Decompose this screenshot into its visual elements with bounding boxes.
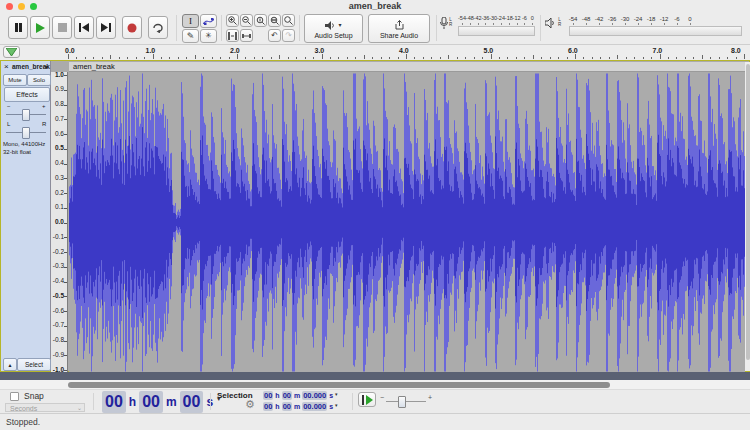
selection-gear-icon[interactable]: ⚙: [245, 399, 255, 410]
recording-meter[interactable]: LR -54-48-42-36-30-24-18-12-60: [440, 15, 535, 41]
close-track-button[interactable]: ×: [4, 63, 9, 71]
play-button[interactable]: [30, 16, 50, 39]
timeline-tick: [736, 57, 737, 59]
timeline-tick: [330, 57, 331, 59]
fit-selection-button[interactable]: [254, 14, 267, 27]
silence-audio-button[interactable]: [240, 29, 253, 42]
speed-max-label: +: [428, 394, 432, 401]
playback-speed-slider[interactable]: [398, 396, 406, 408]
vertical-scrollbar[interactable]: [745, 62, 750, 371]
timeline-tick: [550, 57, 551, 59]
timeline-tick: [600, 57, 601, 59]
meter-scale-label: -24: [634, 16, 643, 22]
timeline-tick: [144, 57, 145, 59]
meter-scale-tick: [664, 23, 665, 25]
snap-label: Snap: [24, 392, 44, 401]
track-control-panel: × amen_break ▼ Mute Solo Effects − + L R…: [1, 61, 51, 371]
vruler-label: -0.5: [53, 293, 64, 300]
time-digit-group[interactable]: 00: [102, 391, 126, 413]
envelope-tool-button[interactable]: [200, 14, 217, 28]
record-button[interactable]: [122, 16, 142, 39]
time-digit-group[interactable]: 00: [282, 391, 292, 400]
vruler-label: 0.7: [55, 116, 64, 123]
timeline-tick: [237, 54, 238, 59]
loop-button[interactable]: [148, 16, 168, 39]
draw-tool-button[interactable]: ✎: [182, 29, 199, 43]
timeline-label: 1.0: [146, 47, 156, 54]
timeline-ruler[interactable]: 0.01.02.03.04.05.06.07.08.0: [0, 45, 750, 60]
time-format-caret-icon[interactable]: ▾: [335, 391, 338, 397]
timeline-tick: [727, 57, 728, 59]
stop-button[interactable]: [52, 16, 72, 39]
trim-audio-button[interactable]: [226, 29, 239, 42]
vertical-scale-ruler[interactable]: 1.00.90.80.70.60.50.40.30.20.10.0-0.1-0.…: [51, 72, 68, 373]
redo-button[interactable]: ↷: [282, 29, 295, 42]
undo-button[interactable]: ↶: [268, 29, 281, 42]
play-at-speed-button[interactable]: [358, 392, 376, 407]
snap-checkbox[interactable]: [10, 392, 19, 401]
time-digit-group[interactable]: 00: [282, 402, 292, 411]
track-menu-caret-icon[interactable]: ▼: [44, 65, 49, 70]
time-digit-group[interactable]: 00: [263, 402, 273, 411]
timeline-label: 6.0: [568, 47, 578, 54]
horizontal-scrollbar[interactable]: [0, 380, 750, 390]
pan-slider[interactable]: [22, 127, 30, 139]
collapse-track-button[interactable]: ▲: [3, 358, 17, 371]
zoom-in-button[interactable]: [226, 14, 239, 27]
vruler-label: 0.6: [55, 131, 64, 138]
multi-tool-button[interactable]: ✳: [200, 29, 217, 43]
meter-scale-label: -30: [489, 16, 497, 22]
select-track-button[interactable]: Select: [17, 358, 51, 371]
vruler-label: -0.4: [53, 278, 64, 285]
waveform-canvas[interactable]: [69, 72, 745, 373]
timeline-tick: [634, 57, 635, 59]
timeline-tick: [685, 57, 686, 59]
snap-mode-dropdown[interactable]: Seconds ⌄: [5, 403, 85, 412]
gain-slider[interactable]: [22, 109, 30, 121]
meter-scale-label: -48: [466, 16, 474, 22]
time-digit-group[interactable]: 00: [139, 391, 163, 413]
meter-scale-tick: [501, 23, 502, 25]
timeline-tick: [279, 55, 280, 59]
timeline-scale[interactable]: 0.01.02.03.04.05.06.07.08.0: [0, 45, 750, 60]
vruler-tick: [64, 178, 67, 179]
time-digit-group[interactable]: 00: [263, 391, 273, 400]
selection-start-field[interactable]: 00h00m00.000s▾: [262, 390, 338, 401]
time-digit-group[interactable]: 00.000: [302, 402, 327, 411]
audio-position-display[interactable]: 00h00m00s▾: [101, 390, 221, 413]
timeline-tick: [507, 57, 508, 59]
zoom-toggle-button[interactable]: [282, 14, 295, 27]
mute-button[interactable]: Mute: [3, 74, 27, 86]
clip-title-bar[interactable]: amen_break: [69, 62, 745, 72]
timeline-tick: [719, 57, 720, 59]
dropdown-caret-icon: ▾: [338, 22, 341, 28]
time-digit-group[interactable]: 00: [180, 391, 204, 413]
timeline-tick: [491, 54, 492, 59]
time-unit-label: m: [166, 395, 177, 409]
effects-button[interactable]: Effects: [4, 87, 50, 102]
skip-to-end-button[interactable]: [96, 16, 116, 39]
meter-scale-label: -6: [522, 16, 527, 22]
timeline-tick: [195, 55, 196, 59]
status-bar: Stopped.: [0, 413, 750, 430]
pause-button[interactable]: [8, 16, 28, 39]
meter-scale-tick: [651, 23, 652, 25]
horizontal-scrollbar-thumb[interactable]: [68, 382, 610, 388]
zoom-out-button[interactable]: [240, 14, 253, 27]
play-icon: [35, 23, 45, 33]
solo-button[interactable]: Solo: [27, 74, 51, 86]
selection-end-field[interactable]: 00h00m00.000s▾: [262, 401, 338, 412]
timeline-tick: [710, 57, 711, 59]
time-format-caret-icon[interactable]: ▾: [335, 402, 338, 408]
time-digit-group[interactable]: 00.000: [302, 391, 327, 400]
fit-project-button[interactable]: [268, 14, 281, 27]
playback-meter[interactable]: LR -54-48-42-36-30-24-18-12-60: [545, 15, 745, 41]
timeline-tick: [744, 54, 745, 59]
share-audio-button[interactable]: Share Audio: [368, 14, 430, 43]
meter-scale-tick: [573, 23, 574, 25]
vertical-scrollbar-thumb[interactable]: [746, 64, 750, 360]
timeline-tick: [372, 57, 373, 59]
skip-to-start-button[interactable]: [74, 16, 94, 39]
selection-tool-button[interactable]: I: [182, 14, 199, 28]
audio-setup-button[interactable]: ▾ Audio Setup: [304, 14, 363, 43]
